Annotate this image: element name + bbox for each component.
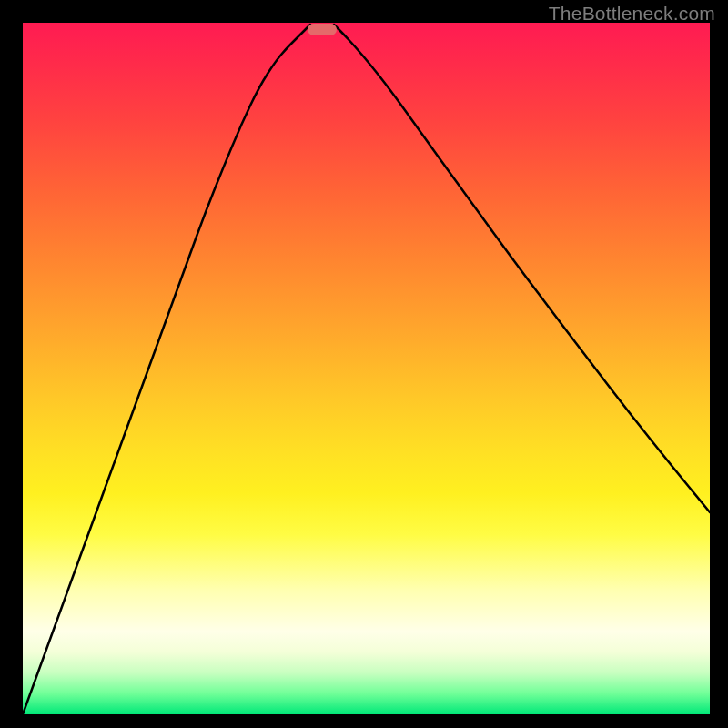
chart-plot-area bbox=[23, 23, 710, 714]
curve-right-branch bbox=[334, 25, 710, 512]
watermark-text: TheBottleneck.com bbox=[549, 3, 715, 25]
optimum-marker bbox=[308, 24, 337, 35]
bottleneck-curve bbox=[23, 23, 710, 714]
curve-left-branch bbox=[23, 25, 310, 714]
